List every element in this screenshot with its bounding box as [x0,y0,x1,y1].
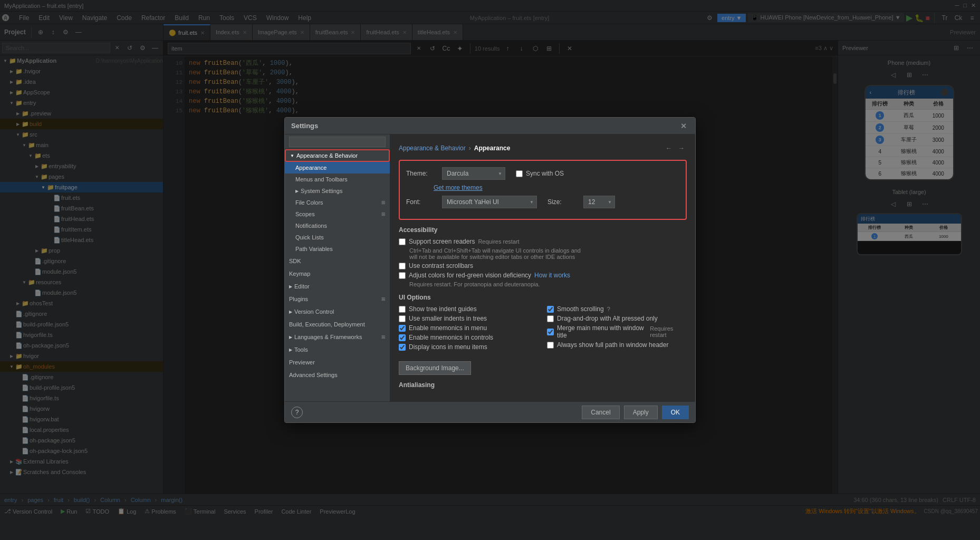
breadcrumb-parent[interactable]: Appearance & Behavior [399,144,466,152]
nav-item-system[interactable]: ▶ System Settings [285,185,390,197]
drag-drop-checkbox[interactable] [547,315,554,322]
merge-menu-label: Merge main menu with window title [557,324,645,339]
nav-section-label: Appearance & Behavior [296,152,358,159]
ui-col-right: Smooth scrolling ? Drag-and-drop with Al… [547,305,687,353]
screen-readers-checkbox[interactable] [399,238,406,245]
nav-path-variables-label: Path Variables [295,246,333,252]
theme-dropdown-wrapper: Darcula Light High contrast ▼ [442,167,505,180]
ok-button[interactable]: OK [662,406,689,419]
apply-button[interactable]: Apply [624,406,658,419]
merge-menu-row: Merge main menu with window title Requir… [547,324,687,339]
font-dropdown[interactable]: Microsoft YaHei UI Arial Consolas [442,196,537,208]
dialog-titlebar: Settings ✕ [285,118,695,134]
mnemonics-menu-checkbox[interactable] [399,325,406,332]
lang-icon: ⊞ [381,334,386,340]
nav-tools[interactable]: ▶ Tools [285,343,390,356]
smooth-scrolling-label: Smooth scrolling [557,305,604,313]
nav-version-control[interactable]: ▶ Version Control [285,305,390,318]
nav-item-file-colors[interactable]: File Colors ⊞ [285,197,390,208]
nav-keymap-label: Keymap [289,271,310,277]
font-row: Font: Microsoft YaHei UI Arial Consolas … [406,196,679,208]
full-path-row: Always show full path in window header [547,341,687,349]
color-vision-label: Adjust colors for red-green vision defic… [409,272,531,279]
full-path-label: Always show full path in window header [557,341,668,349]
nav-item-appearance[interactable]: Appearance [285,162,390,173]
lang-arrow: ▶ [289,335,292,340]
get-more-themes-link[interactable]: Get more themes [434,184,679,191]
nav-plugins-label: Plugins [289,296,308,302]
display-icons-checkbox[interactable] [399,344,406,351]
screen-readers-row: Support screen readers Requires restart [399,238,687,245]
size-dropdown[interactable]: 12 11 13 14 [583,196,615,208]
breadcrumb-arrows: ← → [664,143,687,153]
full-path-checkbox[interactable] [547,342,554,349]
nav-appearance-behavior[interactable]: ▼ Appearance & Behavior [285,149,390,162]
smooth-scrolling-help-icon[interactable]: ? [607,306,610,312]
smaller-indents-checkbox[interactable] [399,315,406,322]
vc-arrow: ▶ [289,310,292,314]
mnemonics-controls-checkbox[interactable] [399,334,406,341]
merge-menu-checkbox[interactable] [547,329,554,335]
background-image-btn[interactable]: Background Image... [399,361,471,375]
nav-editor[interactable]: ▶ Editor [285,280,390,293]
settings-search-input[interactable] [289,137,386,147]
plugins-icon: ⊞ [381,296,386,302]
nav-scopes-label: Scopes [295,211,315,217]
nav-item-notifications[interactable]: Notifications [285,220,390,232]
nav-sdk-label: SDK [289,258,301,264]
nav-build-label: Build, Execution, Deployment [289,321,365,327]
nav-languages[interactable]: ▶ Languages & Frameworks ⊞ [285,331,390,343]
nav-plugins[interactable]: Plugins ⊞ [285,293,390,305]
tree-indent-guides-checkbox[interactable] [399,306,406,313]
cancel-button[interactable]: Cancel [582,406,619,419]
nav-build[interactable]: Build, Execution, Deployment [285,318,390,331]
nav-sdk[interactable]: SDK [285,255,390,267]
nav-quick-lists-label: Quick Lists [295,234,324,240]
nav-item-menus[interactable]: Menus and Toolbars [285,173,390,185]
mnemonics-controls-row: Enable mnemonics in controls [399,334,539,341]
settings-breadcrumb: Appearance & Behavior › Appearance ← → [399,143,687,153]
theme-label: Theme: [406,170,438,177]
smooth-scrolling-checkbox[interactable] [547,306,554,313]
nav-item-path-variables[interactable]: Path Variables [285,243,390,255]
editor-arrow: ▶ [289,284,292,289]
nav-languages-label: Languages & Frameworks [294,334,362,340]
sync-with-os-label: Sync with OS [526,170,564,177]
merge-menu-note: Requires restart [650,325,687,338]
color-vision-row: Adjust colors for red-green vision defic… [399,272,687,279]
display-icons-label: Display icons in menu items [409,343,487,351]
nav-previewer[interactable]: Previewer [285,356,390,369]
nav-item-scopes[interactable]: Scopes ⊞ [285,208,390,220]
breadcrumb-forward-btn[interactable]: → [676,143,687,153]
background-image-area: Background Image... [399,357,687,375]
nav-keymap[interactable]: Keymap [285,267,390,280]
scopes-icon: ⊞ [381,211,386,217]
screen-readers-note: Requires restart [478,238,519,245]
settings-dialog-overlay: Settings ✕ ▼ Appearance & Behavior Appea… [0,0,980,540]
help-btn[interactable]: ? [291,407,303,418]
how-it-works-link[interactable]: How it works [534,272,570,279]
nav-advanced[interactable]: Advanced Settings [285,369,390,381]
antialiasing-title: Antialiasing [399,381,687,389]
dialog-close-btn[interactable]: ✕ [678,121,689,131]
theme-dropdown[interactable]: Darcula Light High contrast [442,167,505,180]
color-vision-checkbox[interactable] [399,272,406,279]
mnemonics-menu-row: Enable mnemonics in menu [399,324,539,332]
contrast-scrollbars-row: Use contrast scrollbars [399,262,687,269]
breadcrumb-nav: Appearance & Behavior › Appearance [399,144,510,152]
nav-advanced-label: Advanced Settings [289,372,338,378]
tree-indent-guides-row: Show tree indent guides [399,305,539,313]
drag-drop-row: Drag-and-drop with Alt pressed only [547,315,687,322]
smooth-scrolling-row: Smooth scrolling ? [547,305,687,313]
breadcrumb-back-btn[interactable]: ← [664,143,674,153]
nav-appearance-label: Appearance [295,165,326,171]
nav-notifications-label: Notifications [295,223,327,229]
sync-with-os-checkbox[interactable] [516,170,523,177]
ui-options-grid: Show tree indent guides Use smaller inde… [399,305,687,353]
font-dropdown-wrapper: Microsoft YaHei UI Arial Consolas ▼ [442,196,537,208]
theme-section-box: Theme: Darcula Light High contrast ▼ Syn [399,160,687,220]
contrast-scrollbars-checkbox[interactable] [399,263,406,269]
ctrl-tab-note: Ctrl+Tab and Ctrl+Shift+Tab will navigat… [409,247,687,260]
dialog-title: Settings [291,122,318,130]
nav-item-quick-lists[interactable]: Quick Lists [285,232,390,243]
